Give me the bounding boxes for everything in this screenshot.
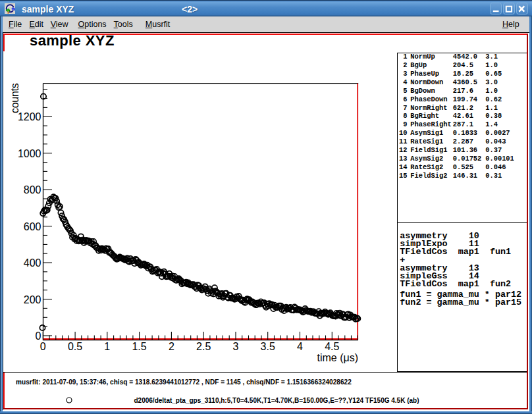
svg-text:0.5: 0.5	[68, 341, 82, 352]
svg-text:0: 0	[40, 341, 46, 352]
svg-text:1000: 1000	[18, 148, 41, 159]
svg-text:800: 800	[24, 184, 41, 195]
svg-text:1: 1	[104, 341, 110, 352]
svg-text:0: 0	[36, 330, 41, 342]
svg-text:2: 2	[169, 341, 174, 352]
svg-text:2.5: 2.5	[196, 341, 211, 352]
svg-text:400: 400	[24, 257, 41, 269]
svg-text:4: 4	[297, 341, 303, 352]
svg-text:1200: 1200	[18, 111, 41, 122]
svg-text:counts: counts	[9, 83, 20, 113]
svg-text:1.5: 1.5	[132, 341, 146, 352]
svg-text:200: 200	[24, 294, 41, 305]
svg-text:600: 600	[24, 221, 41, 232]
svg-text:3.5: 3.5	[261, 341, 275, 352]
svg-text:time (μs): time (μs)	[317, 352, 358, 363]
svg-text:3: 3	[232, 341, 238, 352]
svg-text:4.5: 4.5	[325, 341, 339, 352]
